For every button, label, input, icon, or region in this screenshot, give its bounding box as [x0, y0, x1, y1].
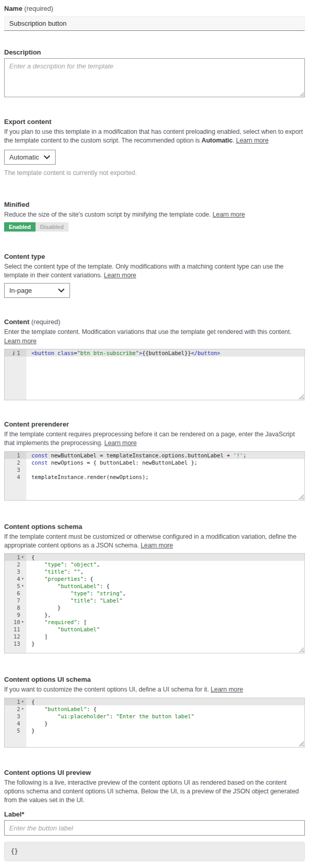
fold-arrow-icon[interactable]: ▾ — [20, 582, 25, 590]
preview-field-label: Label* — [4, 810, 305, 819]
editor-gutter: 4▾ — [5, 575, 26, 582]
content-label: Content (required) — [4, 317, 305, 326]
line-number: 2 — [17, 459, 20, 466]
editor-gutter: 12 — [5, 633, 26, 640]
fold-arrow-icon[interactable]: ▾ — [20, 618, 25, 626]
export-status-text: The template content is currently not ex… — [4, 169, 305, 178]
ui-schema-learn-more-link[interactable]: Learn more — [211, 686, 243, 693]
editor-gutter: 2▾ — [5, 705, 26, 713]
export-learn-more-link[interactable]: Learn more — [236, 137, 268, 144]
ui-schema-code-editor[interactable]: 1▾{2▾ "buttonLabel": {3 "ui:placeholder"… — [4, 698, 305, 748]
schema-code-editor[interactable]: 1▾{2 "type": "object",3 "title": "",4▾ "… — [4, 553, 305, 653]
code-line[interactable]: "type": "object", — [26, 561, 304, 568]
content-code-editor[interactable]: i1<button class="btn btn-subscribe">{{bu… — [4, 349, 305, 400]
code-line[interactable]: ] — [26, 633, 304, 640]
resize-grip-icon[interactable] — [299, 494, 304, 500]
schema-learn-more-link[interactable]: Learn more — [141, 542, 173, 549]
code-line[interactable]: { — [26, 698, 304, 705]
prerenderer-code-editor[interactable]: 1const newButtonLabel = templateInstance… — [4, 451, 305, 501]
line-number: 10 — [13, 618, 20, 626]
code-line[interactable]: "title": "", — [26, 568, 304, 575]
name-label: Name (required) — [4, 4, 305, 13]
editor-gutter: 7 — [5, 597, 26, 604]
annotation-info-icon: i — [12, 349, 14, 357]
line-number: 7 — [17, 597, 20, 604]
editor-gutter: 5 — [5, 727, 26, 734]
code-line[interactable]: templateInstance.render(newOptions); — [26, 473, 304, 481]
code-line[interactable]: "required": [ — [26, 618, 304, 626]
fold-arrow-icon[interactable]: ▾ — [20, 554, 25, 561]
minified-section: Minified Reduce the size of the site's c… — [4, 200, 305, 232]
content-options-schema-description: If the template content must be customiz… — [4, 533, 305, 551]
line-number: 12 — [13, 633, 20, 640]
fold-arrow-icon[interactable]: ▾ — [20, 705, 25, 713]
line-number: 4 — [17, 720, 20, 727]
line-number: 2 — [17, 561, 20, 568]
content-learn-more-link[interactable]: Learn more — [4, 338, 37, 345]
code-line[interactable] — [26, 466, 304, 473]
content-options-ui-preview-description: The following is a live, interactive pre… — [4, 778, 305, 805]
code-line[interactable]: } — [26, 720, 304, 727]
code-line[interactable]: "buttonLabel": { — [26, 582, 304, 590]
code-line[interactable]: "title": "Label" — [26, 597, 304, 604]
code-line[interactable]: "buttonLabel": { — [26, 705, 304, 713]
code-line[interactable]: <button class="btn btn-subscribe">{{butt… — [26, 349, 304, 357]
code-line[interactable]: } — [26, 727, 304, 734]
content-type-select[interactable]: In-page — [4, 283, 70, 298]
content-section: Content (required) Enter the template co… — [4, 317, 305, 400]
editor-gutter: 3 — [5, 466, 26, 473]
description-textarea[interactable] — [4, 58, 305, 97]
code-line[interactable]: "buttonLabel" — [26, 626, 304, 633]
editor-gutter: 1 — [5, 452, 26, 459]
code-line[interactable]: const newOptions = { buttonLabel: newBut… — [26, 459, 304, 466]
code-line[interactable]: "type": "string", — [26, 590, 304, 597]
export-content-select[interactable]: Automatic — [4, 150, 56, 165]
code-line[interactable]: }, — [26, 611, 304, 618]
editor-gutter: 9 — [5, 611, 26, 618]
editor-gutter: 2 — [5, 561, 26, 568]
code-line[interactable]: const newButtonLabel = templateInstance.… — [26, 452, 304, 459]
content-options-ui-preview-label: Content options UI preview — [4, 768, 305, 777]
line-number: 9 — [17, 611, 20, 618]
editor-gutter: 5▾ — [5, 582, 26, 590]
line-number: 5 — [17, 727, 20, 734]
line-number: 3 — [17, 568, 20, 575]
editor-gutter: 13 — [5, 640, 26, 647]
name-input[interactable] — [4, 16, 305, 31]
content-prerenderer-section: Content prerenderer If the template cont… — [4, 420, 305, 501]
editor-gutter: 8 — [5, 604, 26, 611]
toggle-enabled-option[interactable]: Enabled — [4, 222, 36, 232]
code-line[interactable]: { — [26, 554, 304, 561]
toggle-disabled-option[interactable]: Disabled — [36, 222, 68, 232]
export-content-label: Export content — [4, 117, 305, 126]
code-line[interactable]: "properties": { — [26, 575, 304, 582]
editor-gutter: 3 — [5, 713, 26, 720]
code-line[interactable]: "ui:placeholder": "Enter the button labe… — [26, 713, 304, 720]
line-number: 1 — [17, 452, 20, 459]
content-type-label: Content type — [4, 252, 305, 261]
resize-grip-icon[interactable] — [299, 741, 304, 747]
fold-arrow-icon[interactable]: ▾ — [20, 575, 25, 582]
fold-arrow-icon[interactable]: ▾ — [20, 698, 25, 705]
code-line[interactable]: } — [26, 604, 304, 611]
code-line[interactable]: } — [26, 640, 304, 647]
line-number: 4 — [17, 473, 20, 481]
name-section: Name (required) — [4, 4, 305, 31]
content-options-ui-schema-section: Content options UI schema If you want to… — [4, 675, 305, 747]
content-type-description: Select the content type of the template.… — [4, 262, 305, 280]
preview-label-input[interactable] — [4, 820, 305, 836]
content-type-section: Content type Select the content type of … — [4, 252, 305, 298]
content-prerenderer-label: Content prerenderer — [4, 420, 305, 429]
json-preview-output: {} — [4, 842, 305, 861]
editor-gutter: 4 — [5, 720, 26, 727]
editor-gutter: i1 — [5, 349, 26, 357]
resize-grip-icon[interactable] — [299, 394, 304, 399]
content-type-learn-more-link[interactable]: Learn more — [104, 272, 136, 279]
resize-grip-icon[interactable] — [299, 647, 304, 652]
minified-learn-more-link[interactable]: Learn more — [213, 211, 245, 218]
prerenderer-learn-more-link[interactable]: Learn more — [105, 439, 137, 447]
description-section: Description — [4, 48, 305, 99]
line-number: 6 — [17, 590, 20, 597]
editor-gutter: 2 — [5, 459, 26, 466]
editor-gutter: 10▾ — [5, 618, 26, 626]
